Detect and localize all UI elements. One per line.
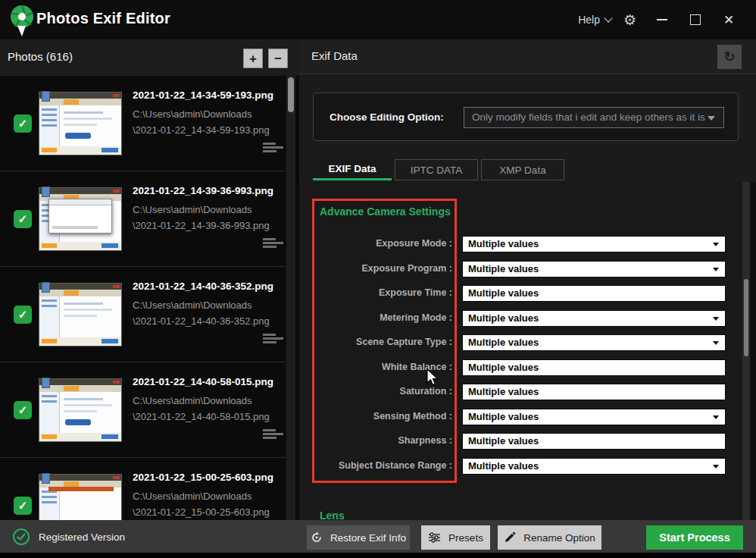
rename-option-button[interactable]: Rename Option bbox=[498, 525, 601, 550]
maximize-icon bbox=[690, 14, 701, 25]
photo-thumbnail bbox=[39, 187, 122, 251]
exposure-program-dropdown[interactable]: Multiple values bbox=[462, 261, 726, 277]
close-button[interactable]: ✕ bbox=[712, 0, 745, 39]
sliders-icon bbox=[428, 531, 441, 544]
field-exposure-mode: Exposure Mode : Multiple values bbox=[299, 236, 750, 252]
dropdown-arrow-icon bbox=[713, 341, 719, 345]
photo-path: C:\Users\admin\Downloads \2021-01-22_14-… bbox=[133, 297, 270, 329]
photo-checkbox[interactable]: ✓ bbox=[14, 401, 32, 419]
section-title-lens: Lens bbox=[320, 509, 345, 520]
exif-data-panel: Exif Data ↻ Choose Editing Option: Only … bbox=[299, 39, 756, 520]
right-gutter bbox=[750, 182, 756, 520]
help-menu[interactable]: Help bbox=[570, 9, 619, 30]
photo-thumbnail bbox=[39, 474, 122, 520]
minimize-button[interactable] bbox=[645, 0, 679, 39]
photo-details-icon[interactable] bbox=[263, 143, 284, 153]
restore-exif-info-button[interactable]: Restore Exif Info bbox=[307, 525, 410, 550]
app-title: Photos Exif Editor bbox=[36, 10, 170, 27]
photo-details-icon[interactable] bbox=[263, 334, 284, 344]
subject-distance-range-dropdown[interactable]: Multiple values bbox=[462, 458, 726, 475]
refresh-icon: ↻ bbox=[723, 49, 735, 65]
mouse-cursor bbox=[426, 368, 439, 387]
add-photos-button[interactable]: + bbox=[243, 49, 263, 68]
field-white-balance: White Balance : Multiple values bbox=[299, 359, 750, 376]
field-exposure-time: Exposure Time : Multiple values bbox=[299, 285, 750, 302]
field-scene-capture-type: Scene Capture Type : Multiple values bbox=[299, 334, 750, 351]
app-window: { "titlebar": { "title": "Photos Exif Ed… bbox=[0, 0, 756, 558]
photo-checkbox[interactable]: ✓ bbox=[14, 210, 32, 228]
photo-list-scrollbar-thumb[interactable] bbox=[288, 77, 294, 112]
start-process-button[interactable]: Start Process bbox=[646, 525, 743, 550]
photo-list-scrollbar[interactable] bbox=[286, 76, 295, 520]
photo-list-item[interactable]: ✓ 2021-01-22_14-39-36-993.png C:\Users\a… bbox=[0, 171, 286, 267]
registered-version-status: Registered Version bbox=[12, 528, 125, 546]
dropdown-arrow-icon bbox=[708, 116, 715, 121]
exposure-time-input[interactable]: Multiple values bbox=[462, 285, 726, 302]
photo-list: ✓ 2021-01-22_14-34-59-193.png C:\Users\a… bbox=[0, 76, 286, 520]
data-tabs: EXIF Data IPTC DATA XMP Data bbox=[313, 159, 564, 182]
editing-option-panel: Choose Editing Option: Only modify field… bbox=[313, 92, 739, 141]
form-scrollbar-thumb[interactable] bbox=[744, 279, 748, 356]
editing-option-select[interactable]: Only modify fields that i edit and keep … bbox=[464, 107, 724, 128]
tab-xmp-data[interactable]: XMP Data bbox=[481, 159, 564, 180]
photo-list-item[interactable]: ✓ 2021-01-22_14-40-36-352.png C:\Users\a… bbox=[0, 267, 286, 362]
form-scrollbar[interactable] bbox=[742, 182, 750, 520]
photo-checkbox[interactable]: ✓ bbox=[14, 497, 32, 515]
editing-option-label: Choose Editing Option: bbox=[330, 111, 444, 123]
app-logo-icon bbox=[6, 4, 38, 37]
title-bar: Photos Exif Editor Help ⚙ ✕ bbox=[0, 0, 756, 39]
photo-checkbox[interactable]: ✓ bbox=[14, 114, 32, 133]
refresh-button[interactable]: ↻ bbox=[717, 45, 742, 69]
tab-iptc-data[interactable]: IPTC DATA bbox=[395, 159, 478, 180]
scene-capture-type-dropdown[interactable]: Multiple values bbox=[462, 334, 726, 351]
dropdown-arrow-icon bbox=[713, 317, 719, 321]
dropdown-arrow-icon bbox=[713, 268, 719, 271]
photo-path: C:\Users\admin\Downloads \2021-01-22_14-… bbox=[133, 106, 270, 138]
photo-checkbox[interactable]: ✓ bbox=[14, 306, 32, 324]
presets-button[interactable]: Presets bbox=[421, 525, 490, 550]
dropdown-arrow-icon bbox=[713, 415, 719, 419]
photo-filename: 2021-01-22_15-00-25-603.png bbox=[133, 472, 273, 483]
photos-panel-header: Photos (616) + − bbox=[0, 39, 299, 76]
minimize-icon bbox=[657, 19, 667, 20]
sensing-method-dropdown[interactable]: Multiple values bbox=[462, 409, 726, 425]
field-sharpness: Sharpness : Multiple values bbox=[299, 433, 750, 450]
white-balance-input[interactable]: Multiple values bbox=[462, 359, 726, 376]
chevron-down-icon bbox=[604, 14, 612, 22]
metering-mode-dropdown[interactable]: Multiple values bbox=[462, 310, 726, 327]
dropdown-arrow-icon bbox=[713, 465, 719, 469]
pencil-icon bbox=[504, 531, 516, 544]
photo-details-icon[interactable] bbox=[263, 429, 284, 440]
registered-check-icon bbox=[12, 528, 30, 546]
exif-panel-title: Exif Data bbox=[311, 49, 358, 62]
dropdown-arrow-icon bbox=[713, 243, 719, 246]
photo-thumbnail bbox=[39, 378, 122, 442]
photo-filename: 2021-01-22_14-40-58-015.png bbox=[133, 376, 273, 387]
restore-icon bbox=[311, 531, 323, 544]
exif-form-content: Advance Camera Settings Exposure Mode : … bbox=[299, 182, 750, 520]
sharpness-input[interactable]: Multiple values bbox=[462, 433, 726, 450]
photos-count-title: Photos (616) bbox=[8, 50, 73, 63]
photo-path: C:\Users\admin\Downloads \2021-01-22_15-… bbox=[133, 488, 270, 520]
saturation-input[interactable]: Multiple values bbox=[462, 384, 726, 400]
photo-list-item[interactable]: ✓ 2021-01-22_14-40-58-015.png C:\Users\a… bbox=[0, 362, 286, 458]
settings-gear-icon[interactable]: ⚙ bbox=[619, 10, 645, 30]
photo-filename: 2021-01-22_14-39-36-993.png bbox=[133, 185, 273, 196]
section-title-advance-camera-settings: Advance Camera Settings bbox=[320, 205, 451, 218]
field-subject-distance-range: Subject Distance Range : Multiple values bbox=[299, 458, 750, 475]
photo-list-item[interactable]: ✓ 2021-01-22_14-34-59-193.png C:\Users\a… bbox=[0, 76, 286, 171]
close-icon: ✕ bbox=[723, 14, 734, 27]
photo-thumbnail bbox=[39, 92, 122, 155]
field-sensing-method: Sensing Method : Multiple values bbox=[299, 409, 750, 425]
exif-panel-header: Exif Data ↻ bbox=[299, 39, 756, 74]
field-metering-mode: Metering Mode : Multiple values bbox=[299, 310, 750, 327]
field-exposure-program: Exposure Program : Multiple values bbox=[299, 261, 750, 277]
photo-filename: 2021-01-22_14-40-36-352.png bbox=[133, 281, 273, 292]
photo-list-item[interactable]: ✓ 2021-01-22_15-00-25-603.png C:\Users\a… bbox=[0, 458, 286, 520]
maximize-button[interactable] bbox=[679, 0, 712, 39]
photo-path: C:\Users\admin\Downloads \2021-01-22_14-… bbox=[133, 393, 270, 425]
tab-exif-data[interactable]: EXIF Data bbox=[313, 159, 392, 180]
photo-details-icon[interactable] bbox=[263, 238, 284, 249]
exposure-mode-dropdown[interactable]: Multiple values bbox=[462, 236, 726, 252]
remove-photos-button[interactable]: − bbox=[268, 49, 288, 68]
